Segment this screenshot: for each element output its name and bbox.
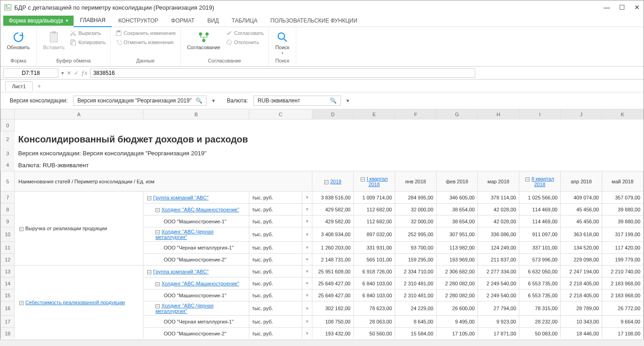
entity-name[interactable]: −Холдинг "ABC-Черная металлургия"	[144, 301, 249, 316]
value-cell[interactable]: 78 315,00	[519, 301, 561, 316]
collapse-icon[interactable]: −	[155, 282, 160, 286]
value-cell[interactable]: 2 280 082,00	[437, 278, 478, 289]
add-sheet-button[interactable]: +	[37, 82, 41, 90]
value-cell[interactable]: 302 182,00	[312, 301, 354, 316]
value-cell[interactable]: 1 260 203,00	[312, 242, 354, 254]
collapse-icon[interactable]: −	[155, 208, 160, 212]
value-cell[interactable]: 159 295,00	[395, 254, 437, 266]
value-cell[interactable]: 9 495,00	[437, 316, 478, 328]
value-cell[interactable]: 897 032,00	[354, 227, 395, 242]
value-cell[interactable]: 28 789,00	[561, 301, 602, 316]
row-filter-icon[interactable]: ▾	[302, 216, 312, 227]
row-filter-icon[interactable]: ▾	[302, 204, 312, 216]
value-cell[interactable]: 45 456,00	[561, 216, 602, 227]
undo-button[interactable]: Отменить изменения	[115, 38, 176, 46]
collapse-icon[interactable]: −	[155, 304, 160, 308]
approval-button[interactable]: Согласование	[185, 29, 222, 52]
menu-tab-constructor[interactable]: КОНСТРУКТОР	[112, 15, 165, 27]
value-cell[interactable]: 17 871,00	[478, 328, 519, 339]
horizontal-scrollbar[interactable]	[0, 340, 644, 346]
value-cell[interactable]: 114 469,00	[519, 204, 561, 216]
value-cell[interactable]: 45 456,00	[561, 204, 602, 216]
value-cell[interactable]: 32 000,00	[395, 204, 437, 216]
collapse-icon[interactable]: −	[155, 230, 160, 234]
value-cell[interactable]: 565 101,00	[354, 254, 395, 266]
value-cell[interactable]: 28 232,00	[519, 316, 561, 328]
row-filter-icon[interactable]: ▾	[302, 328, 312, 339]
value-cell[interactable]: 1 025 566,00	[519, 192, 561, 204]
currency-dropdown-icon[interactable]: ▾	[346, 97, 349, 104]
period-header[interactable]: −2018	[312, 171, 354, 192]
entity-name[interactable]: ООО "Машиностроение-2"	[144, 328, 249, 339]
currency-select[interactable]: RUB-эквивалент 🔍	[253, 96, 341, 106]
value-cell[interactable]: 27 794,00	[478, 301, 519, 316]
value-cell[interactable]: 2 249 540,00	[478, 278, 519, 289]
row-filter-icon[interactable]: ▾	[302, 278, 312, 289]
collapse-icon[interactable]: −	[19, 227, 23, 231]
value-cell[interactable]: 2 210 740,00	[602, 266, 644, 278]
entity-name[interactable]: −Холдинг "ABC-Машиностроение"	[144, 204, 249, 216]
value-cell[interactable]: 229 098,00	[561, 254, 602, 266]
value-cell[interactable]: 17 105,00	[437, 328, 478, 339]
version-select[interactable]: Версия консолидация "Реорганизация 2019"…	[73, 96, 207, 106]
cut-button[interactable]: Вырезать	[70, 29, 105, 37]
value-cell[interactable]: 336 086,00	[478, 227, 519, 242]
value-cell[interactable]: 1 009 714,00	[354, 192, 395, 204]
value-cell[interactable]: 2 249 540,00	[478, 289, 519, 301]
value-cell[interactable]: 2 148 731,00	[312, 254, 354, 266]
value-cell[interactable]: 78 623,00	[354, 301, 395, 316]
close-button[interactable]: ✕	[634, 4, 640, 11]
value-cell[interactable]: 363 618,00	[561, 227, 602, 242]
value-cell[interactable]: 6 840 103,00	[354, 278, 395, 289]
value-cell[interactable]: 6 553 735,00	[519, 289, 561, 301]
value-cell[interactable]: 284 995,00	[395, 192, 437, 204]
value-cell[interactable]: 6 632 050,00	[519, 266, 561, 278]
period-header[interactable]: фев 2018	[437, 171, 478, 192]
value-cell[interactable]: 124 249,00	[478, 242, 519, 254]
value-cell[interactable]: 9 664,00	[602, 316, 644, 328]
value-cell[interactable]: 211 837,00	[478, 254, 519, 266]
formula-input[interactable]	[90, 68, 475, 78]
value-cell[interactable]: 39 880,00	[602, 216, 644, 227]
reject-button[interactable]: Отклонить	[226, 38, 264, 46]
value-cell[interactable]: 331 931,00	[354, 242, 395, 254]
value-cell[interactable]: 113 982,00	[437, 242, 478, 254]
value-cell[interactable]: 2 310 481,00	[395, 278, 437, 289]
entity-name[interactable]: −Группа компаний "ABC"	[144, 266, 249, 278]
period-header[interactable]: −II квартал 2018	[519, 171, 561, 192]
value-cell[interactable]: 50 560,00	[354, 328, 395, 339]
accept-formula-icon[interactable]: ✓	[74, 70, 79, 76]
value-cell[interactable]: 8 645,00	[395, 316, 437, 328]
row-filter-icon[interactable]: ▾	[302, 242, 312, 254]
collapse-icon[interactable]: −	[19, 301, 23, 305]
row-filter-icon[interactable]: ▾	[302, 289, 312, 301]
value-cell[interactable]: 117 420,00	[602, 242, 644, 254]
sheet-tab[interactable]: Лист1	[5, 81, 33, 91]
row-filter-icon[interactable]: ▾	[302, 227, 312, 242]
value-cell[interactable]: 108 750,00	[312, 316, 354, 328]
copy-button[interactable]: Копировать	[70, 38, 105, 46]
entity-name[interactable]: −Холдинг "ABC-Машиностроение"	[144, 278, 249, 289]
value-cell[interactable]: 193 432,00	[312, 328, 354, 339]
entity-name[interactable]: −Группа компаний "ABC"	[144, 192, 249, 204]
save-button[interactable]: Сохранить изменения	[115, 29, 176, 37]
value-cell[interactable]: 10 343,00	[561, 316, 602, 328]
entity-name[interactable]: ООО "Черная металлургия-1"	[144, 242, 249, 254]
collapse-icon[interactable]: −	[525, 177, 529, 182]
value-cell[interactable]: 3 838 516,00	[312, 192, 354, 204]
ref-dropdown-icon[interactable]: ▾	[61, 70, 64, 76]
minimize-button[interactable]: —	[604, 4, 610, 11]
value-cell[interactable]: 38 654,00	[437, 216, 478, 227]
approve-button[interactable]: Согласовать	[226, 29, 264, 37]
row-filter-icon[interactable]: ▾	[302, 266, 312, 278]
cancel-formula-icon[interactable]: ✕	[67, 70, 71, 76]
fx-icon[interactable]: ƒx	[81, 70, 87, 76]
entity-name[interactable]: −Холдинг "ABC-Черная металлургия"	[144, 227, 249, 242]
value-cell[interactable]: 2 247 194,00	[561, 266, 602, 278]
row-filter-icon[interactable]: ▾	[302, 254, 312, 266]
value-cell[interactable]: 15 584,00	[395, 328, 437, 339]
value-cell[interactable]: 42 028,00	[478, 216, 519, 227]
value-cell[interactable]: 25 951 609,00	[312, 266, 354, 278]
value-cell[interactable]: 2 277 334,00	[478, 266, 519, 278]
entity-name[interactable]: ООО "Машиностроение-1"	[144, 216, 249, 227]
